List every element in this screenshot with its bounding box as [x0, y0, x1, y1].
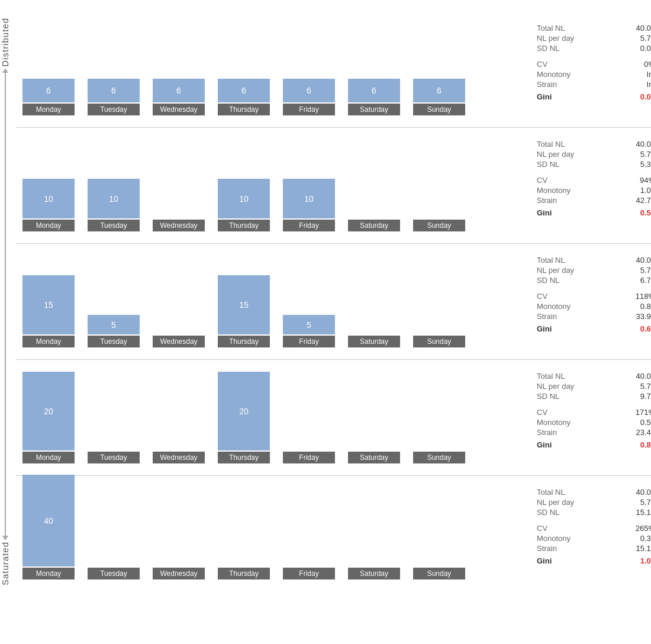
distributed-label: Distributed	[0, 18, 10, 67]
stat-label-monotony: Monotony	[537, 418, 571, 427]
gini-label: Gini	[537, 324, 552, 333]
stat-label-nl-per-day: NL per day	[537, 266, 574, 275]
stat-label-cv: CV	[537, 292, 547, 301]
day-col-wednesday-3: Wednesday	[146, 334, 211, 347]
day-label-friday-2: Friday	[283, 220, 335, 231]
stat-row-total-nl-5: Total NL40.00	[537, 488, 651, 497]
gini-label: Gini	[537, 208, 552, 217]
day-label-sunday-4: Sunday	[413, 452, 465, 463]
stat-value-monotony-4: 0.59	[640, 418, 651, 427]
stat-value-total-nl-1: 40.00	[636, 24, 651, 33]
bars-section-2: 10Monday10TuesdayWednesday10Thursday10Fr…	[16, 137, 525, 231]
day-col-wednesday-4: Wednesday	[146, 450, 211, 463]
day-label-friday-5: Friday	[283, 568, 335, 579]
day-col-friday-1: 6Friday	[276, 79, 341, 115]
day-col-tuesday-3: 5Tuesday	[81, 315, 146, 347]
stat-value-sd-nl-1: 0.00	[640, 44, 651, 53]
stat-label-nl-per-day: NL per day	[537, 382, 574, 391]
stat-label-strain: Strain	[537, 544, 557, 553]
stat-row-cv-4: CV171%	[537, 408, 651, 417]
stat-value-cv-5: 265%	[636, 524, 651, 533]
stat-value-nl-per-day-5: 5.71	[640, 498, 651, 507]
stat-label-sd-nl: SD NL	[537, 276, 559, 285]
stat-row-total-nl-1: Total NL40.00	[537, 24, 651, 33]
stat-row-total-nl-4: Total NL40.00	[537, 372, 651, 381]
day-label-monday-2: Monday	[22, 220, 75, 231]
stat-value-monotony-5: 0.38	[640, 534, 651, 543]
gini-row-1: Gini0.00	[537, 92, 651, 101]
bars-wrapper-2: 10Monday10TuesdayWednesday10Thursday10Fr…	[16, 137, 525, 231]
gini-row-3: Gini0.67	[537, 324, 651, 333]
day-label-saturday-1: Saturday	[348, 104, 400, 115]
day-col-sunday-4: Sunday	[407, 450, 472, 463]
stat-row-sd-nl-4: SD NL9.76	[537, 392, 651, 401]
day-label-wednesday-2: Wednesday	[153, 220, 205, 231]
stat-label-sd-nl: SD NL	[537, 160, 559, 169]
bar-monday-1: 6	[22, 79, 75, 102]
day-label-tuesday-1: Tuesday	[88, 104, 140, 115]
stat-label-total-nl: Total NL	[537, 256, 565, 265]
bar-sunday-1: 6	[413, 79, 465, 102]
stats-section-1: Total NL40.00NL per day5.71SD NL0.00CV0%…	[525, 18, 651, 115]
gini-label: Gini	[537, 556, 552, 565]
day-col-sunday-1: 6Sunday	[407, 79, 472, 115]
charts-area: 6Monday6Tuesday6Wednesday6Thursday6Frida…	[10, 0, 651, 603]
stat-label-monotony: Monotony	[537, 70, 571, 79]
bar-friday-1: 6	[283, 79, 335, 102]
stat-label-strain: Strain	[537, 428, 557, 437]
day-col-saturday-3: Saturday	[341, 334, 407, 347]
day-col-thursday-1: 6Thursday	[211, 79, 276, 115]
bar-monday-3: 15	[22, 275, 75, 334]
stat-row-total-nl-3: Total NL40.00	[537, 256, 651, 265]
stat-label-monotony: Monotony	[537, 186, 571, 195]
gini-value-2: 0.50	[640, 208, 651, 217]
day-label-saturday-4: Saturday	[348, 452, 400, 463]
day-col-thursday-5: Thursday	[211, 566, 276, 579]
bar-wednesday-1: 6	[153, 79, 205, 102]
day-label-tuesday-3: Tuesday	[88, 336, 140, 347]
left-label: Distributed Saturated	[0, 0, 10, 603]
stat-row-strain-1: StrainInf	[537, 80, 651, 89]
day-label-monday-1: Monday	[22, 104, 75, 115]
day-col-sunday-3: Sunday	[407, 334, 472, 347]
stat-row-strain-2: Strain42.76	[537, 196, 651, 205]
day-col-tuesday-1: 6Tuesday	[81, 79, 146, 115]
stat-label-nl-per-day: NL per day	[537, 34, 574, 43]
stat-value-total-nl-2: 40.00	[636, 140, 651, 149]
gini-row-4: Gini0.83	[537, 440, 651, 449]
day-label-saturday-3: Saturday	[348, 336, 400, 347]
stat-row-cv-1: CV0%	[537, 60, 651, 69]
day-label-friday-1: Friday	[283, 104, 335, 115]
day-col-monday-5: 40Monday	[16, 475, 81, 579]
chart-row-1: 6Monday6Tuesday6Wednesday6Thursday6Frida…	[16, 12, 651, 128]
bar-thursday-4: 20	[218, 372, 270, 450]
day-col-thursday-2: 10Thursday	[211, 179, 276, 231]
day-label-tuesday-4: Tuesday	[88, 452, 140, 463]
bars-wrapper-4: 20MondayTuesdayWednesday20ThursdayFriday…	[16, 369, 525, 463]
vertical-axis: Distributed Saturated	[0, 18, 10, 585]
axis-arrow-line	[5, 72, 6, 537]
day-label-wednesday-1: Wednesday	[153, 104, 205, 115]
stat-row-nl-per-day-5: NL per day5.71	[537, 498, 651, 507]
bars-section-4: 20MondayTuesdayWednesday20ThursdayFriday…	[16, 369, 525, 463]
day-col-monday-1: 6Monday	[16, 79, 81, 115]
stat-label-strain: Strain	[537, 312, 557, 321]
chart-row-4: 20MondayTuesdayWednesday20ThursdayFriday…	[16, 360, 651, 476]
bar-friday-2: 10	[283, 179, 335, 218]
stat-value-monotony-1: Inf	[647, 70, 651, 79]
bar-tuesday-2: 10	[88, 179, 140, 218]
day-col-friday-4: Friday	[276, 450, 341, 463]
stat-label-cv: CV	[537, 408, 547, 417]
saturated-label: Saturated	[0, 542, 10, 585]
stat-label-strain: Strain	[537, 196, 557, 205]
day-label-thursday-4: Thursday	[218, 452, 270, 463]
day-col-saturday-2: Saturday	[341, 218, 407, 231]
day-col-monday-3: 15Monday	[16, 275, 81, 347]
stats-section-3: Total NL40.00NL per day5.71SD NL6.73CV11…	[525, 250, 651, 347]
bar-monday-2: 10	[22, 179, 75, 218]
bar-friday-3: 5	[283, 315, 335, 334]
stat-row-monotony-5: Monotony0.38	[537, 534, 651, 543]
day-label-monday-4: Monday	[22, 452, 75, 463]
day-label-thursday-5: Thursday	[218, 568, 270, 579]
stat-value-cv-2: 94%	[640, 176, 651, 185]
